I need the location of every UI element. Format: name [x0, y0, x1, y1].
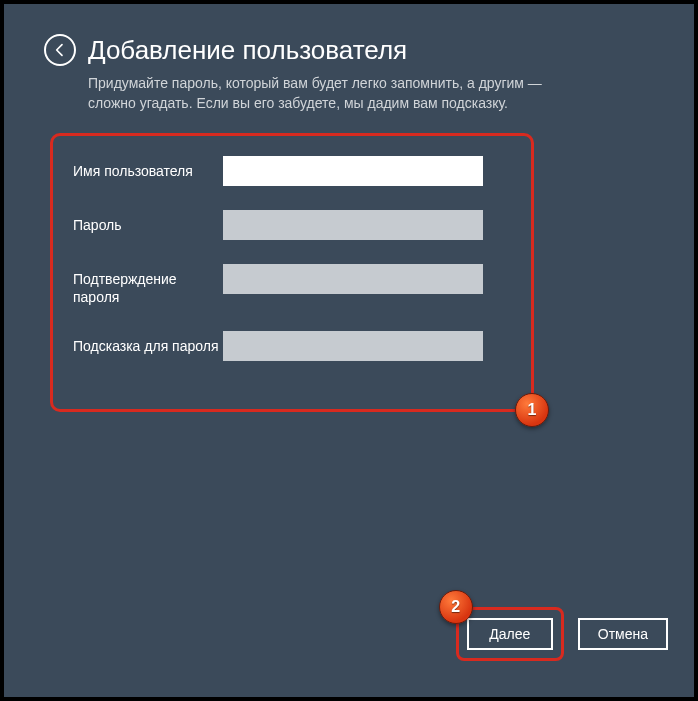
username-input[interactable]: [223, 156, 483, 186]
password-hint-input[interactable]: [223, 331, 483, 361]
arrow-left-icon: [52, 42, 68, 58]
hint-row: Подсказка для пароля: [73, 331, 503, 361]
password-label: Пароль: [73, 210, 223, 234]
description-text: Придумайте пароль, который вам будет лег…: [88, 74, 588, 113]
header: Добавление пользователя: [44, 34, 654, 66]
confirm-label: Подтверждение пароля: [73, 264, 223, 306]
password-row: Пароль: [73, 210, 503, 240]
confirm-row: Подтверждение пароля: [73, 264, 503, 306]
page-title: Добавление пользователя: [88, 35, 407, 66]
username-label: Имя пользователя: [73, 156, 223, 180]
password-input[interactable]: [223, 210, 483, 240]
next-highlight-area: 2 Далее: [456, 607, 564, 661]
next-button[interactable]: Далее: [467, 618, 553, 650]
hint-label: Подсказка для пароля: [73, 331, 223, 355]
back-button[interactable]: [44, 34, 76, 66]
confirm-password-input[interactable]: [223, 264, 483, 294]
add-user-window: Добавление пользователя Придумайте парол…: [4, 4, 694, 697]
button-area: 2 Далее Отмена: [456, 607, 668, 661]
annotation-badge-1: 1: [515, 393, 549, 427]
cancel-button[interactable]: Отмена: [578, 618, 668, 650]
annotation-badge-2: 2: [439, 590, 473, 624]
username-row: Имя пользователя: [73, 156, 503, 186]
form-highlight-area: Имя пользователя Пароль Подтверждение па…: [50, 133, 534, 411]
